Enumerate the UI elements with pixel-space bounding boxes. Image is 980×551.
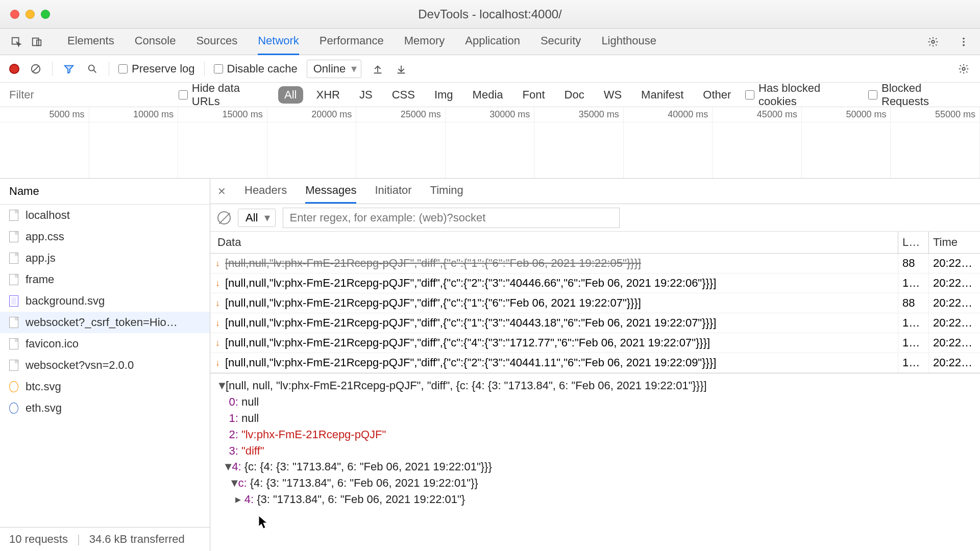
blocked-cookies-label: Has blocked cookies [758, 82, 860, 108]
settings-icon[interactable] [923, 36, 943, 47]
filter-type-ws[interactable]: WS [598, 86, 628, 104]
detail-tab-messages[interactable]: Messages [305, 179, 356, 204]
blocked-requests-checkbox[interactable]: Blocked Requests [868, 82, 971, 108]
message-type-select[interactable]: All [238, 209, 276, 227]
filter-type-manifest[interactable]: Manifest [635, 86, 690, 104]
timeline-tick: 35000 ms [534, 107, 624, 178]
message-length: 1… [898, 273, 929, 293]
tab-console[interactable]: Console [135, 28, 176, 55]
timeline-overview[interactable]: 5000 ms10000 ms15000 ms20000 ms25000 ms3… [0, 107, 980, 179]
message-data: [null,null,"lv:phx-FmE-21Rcepg-pQJF","di… [225, 257, 641, 270]
preserve-log-checkbox[interactable]: Preserve log [118, 62, 195, 76]
filter-type-font[interactable]: Font [517, 86, 551, 104]
data-col-header[interactable]: Data [210, 232, 898, 253]
filter-icon[interactable] [62, 62, 76, 76]
message-tree[interactable]: ▼[null, null, "lv:phx-FmE-21Rcepg-pQJF",… [210, 373, 980, 551]
request-row[interactable]: favicon.ico [0, 333, 210, 355]
request-list: Name localhostapp.cssapp.jsframebackgrou… [0, 179, 210, 551]
request-row[interactable]: websocket?vsn=2.0.0 [0, 355, 210, 376]
hide-data-urls-checkbox[interactable]: Hide data URLs [179, 82, 270, 108]
upload-icon[interactable] [371, 62, 385, 76]
request-row[interactable]: websocket?_csrf_token=Hio… [0, 312, 210, 333]
message-row[interactable]: ↓[null,null,"lv:phx-FmE-21Rcepg-pQJF","d… [210, 293, 980, 313]
file-icon [9, 210, 18, 221]
tree-root: [null, null, "lv:phx-FmE-21Rcepg-pQJF", … [226, 379, 707, 392]
message-row[interactable]: ↓[null,null,"lv:phx-FmE-21Rcepg-pQJF","d… [210, 353, 980, 373]
file-icon [9, 274, 18, 285]
request-row[interactable]: frame [0, 269, 210, 290]
detail-tab-headers[interactable]: Headers [244, 179, 287, 204]
filter-type-media[interactable]: Media [467, 86, 509, 104]
clear-messages-icon[interactable] [217, 211, 231, 224]
name-column-header[interactable]: Name [0, 179, 210, 205]
file-icon [9, 253, 18, 264]
filter-type-all[interactable]: All [278, 86, 303, 104]
zoom-window-icon[interactable] [41, 10, 50, 19]
tab-performance[interactable]: Performance [320, 28, 384, 55]
inspect-element-icon[interactable] [6, 29, 27, 55]
download-icon[interactable] [394, 62, 408, 76]
tab-security[interactable]: Security [541, 28, 581, 55]
timeline-tick-label: 5000 ms [0, 107, 89, 122]
detail-tab-initiator[interactable]: Initiator [375, 179, 411, 204]
clear-icon[interactable] [29, 62, 43, 76]
close-detail-icon[interactable]: ✕ [217, 185, 226, 197]
length-col-header[interactable]: L… [898, 232, 929, 253]
message-table-header: Data L… Time [210, 232, 980, 254]
filter-type-js[interactable]: JS [353, 86, 379, 104]
request-row[interactable]: background.svg [0, 290, 210, 312]
filter-type-img[interactable]: Img [428, 86, 459, 104]
status-bar: 10 requests | 34.6 kB transferred [0, 527, 210, 551]
network-settings-icon[interactable] [957, 62, 971, 76]
message-length: 1… [898, 313, 929, 333]
timeline-tick-label: 10000 ms [89, 107, 178, 122]
message-row[interactable]: ↓[null,null,"lv:phx-FmE-21Rcepg-pQJF","d… [210, 273, 980, 293]
message-length: 88 [898, 293, 929, 313]
record-icon[interactable] [9, 64, 19, 74]
request-name: frame [26, 273, 54, 286]
request-row[interactable]: localhost [0, 205, 210, 226]
more-icon[interactable] [953, 36, 974, 47]
filter-type-doc[interactable]: Doc [558, 86, 591, 104]
tree-val-1: null [241, 412, 259, 424]
detail-tab-timing[interactable]: Timing [430, 179, 463, 204]
request-row[interactable]: app.js [0, 247, 210, 269]
request-name: websocket?vsn=2.0.0 [26, 359, 134, 372]
tab-sources[interactable]: Sources [196, 28, 237, 55]
tab-application[interactable]: Application [465, 28, 520, 55]
svg-point-6 [963, 44, 965, 46]
message-row[interactable]: ↓[null,null,"lv:phx-FmE-21Rcepg-pQJF","d… [210, 313, 980, 333]
tab-network[interactable]: Network [258, 28, 299, 55]
file-icon [9, 403, 18, 414]
time-col-header[interactable]: Time [929, 232, 980, 253]
message-data: [null,null,"lv:phx-FmE-21Rcepg-pQJF","di… [225, 336, 710, 349]
tab-memory[interactable]: Memory [404, 28, 445, 55]
request-name: app.css [26, 230, 64, 243]
request-row[interactable]: app.css [0, 226, 210, 247]
message-time: 20:22… [929, 254, 980, 273]
filter-type-other[interactable]: Other [697, 86, 737, 104]
filter-type-xhr[interactable]: XHR [310, 86, 346, 104]
arrow-down-icon: ↓ [215, 318, 220, 329]
request-row[interactable]: btc.svg [0, 376, 210, 397]
message-row[interactable]: ↓[null,null,"lv:phx-FmE-21Rcepg-pQJF","d… [210, 254, 980, 273]
request-row[interactable]: eth.svg [0, 397, 210, 419]
close-window-icon[interactable] [10, 10, 19, 19]
tab-lighthouse[interactable]: Lighthouse [601, 28, 656, 55]
main-split: Name localhostapp.cssapp.jsframebackgrou… [0, 179, 980, 551]
timeline-tick-label: 45000 ms [713, 107, 801, 122]
filter-input[interactable] [9, 88, 170, 102]
blocked-cookies-checkbox[interactable]: Has blocked cookies [745, 82, 860, 108]
message-regex-input[interactable] [283, 208, 620, 228]
filter-type-css[interactable]: CSS [386, 86, 421, 104]
request-name: btc.svg [26, 380, 61, 393]
throttle-select[interactable]: Online [307, 60, 362, 78]
minimize-window-icon[interactable] [26, 10, 35, 19]
disable-cache-checkbox[interactable]: Disable cache [214, 62, 298, 76]
tab-elements[interactable]: Elements [67, 28, 114, 55]
message-row[interactable]: ↓[null,null,"lv:phx-FmE-21Rcepg-pQJF","d… [210, 333, 980, 353]
timeline-tick: 50000 ms [802, 107, 891, 178]
tree-val-3: "diff" [241, 444, 264, 457]
search-icon[interactable] [85, 62, 100, 76]
device-toolbar-icon[interactable] [27, 29, 47, 55]
